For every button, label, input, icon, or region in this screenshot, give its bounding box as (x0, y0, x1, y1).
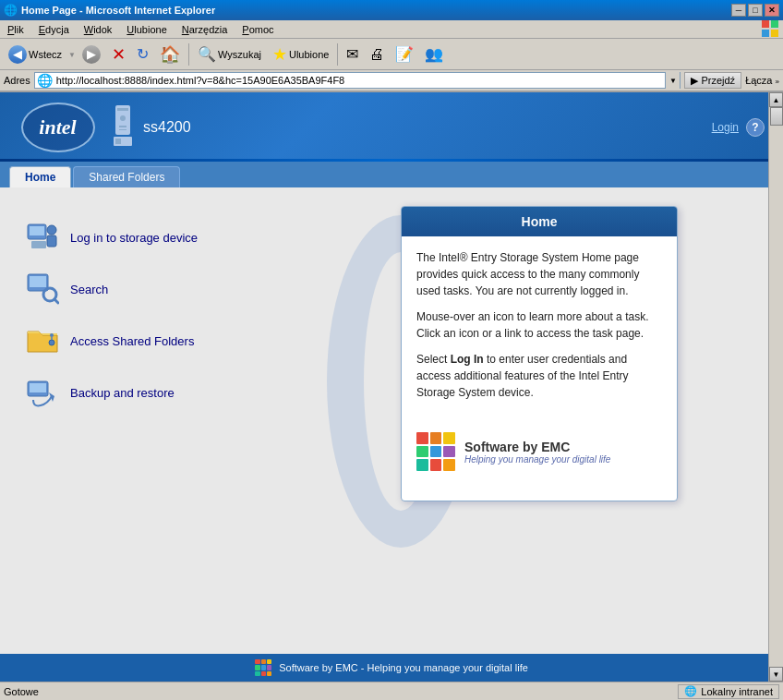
intel-logo-text: intel (39, 115, 76, 139)
search-toolbar-button[interactable]: 🔍 Wyszukaj (193, 42, 266, 66)
toolbar: ◀ Wstecz ▼ ▶ ✕ ↻ 🏠 🔍 Wyszukaj ★ Ulubione… (0, 39, 783, 70)
forward-button[interactable]: ▶ (78, 42, 105, 66)
shared-folders-menu-label[interactable]: Access Shared Folders (70, 334, 194, 348)
emc-cell-2 (430, 432, 442, 444)
links-label: Łącza (745, 75, 772, 86)
forward-icon: ▶ (82, 45, 101, 64)
go-button[interactable]: ▶ Przejdź (684, 72, 741, 89)
home-button[interactable]: 🏠 (155, 42, 185, 67)
right-panel: Home The Intel® Entry Storage System Hom… (314, 206, 765, 635)
print-button[interactable]: 🖨 (365, 43, 389, 66)
nav-tabs: Home Shared Folders (0, 162, 783, 187)
menu-help[interactable]: Pomoc (238, 23, 277, 36)
footer-cell-1 (255, 659, 259, 664)
mail-button[interactable]: ✉ (342, 42, 363, 66)
toolbar-sep-1 (188, 43, 189, 66)
back-dropdown-arrow[interactable]: ▼ (68, 51, 76, 59)
svg-rect-5 (117, 108, 128, 111)
backup-menu-item[interactable]: Backup and restore (18, 370, 314, 415)
login-link[interactable]: Login (712, 121, 739, 134)
emc-brand-text: Software by EMC (464, 440, 610, 454)
people-icon: 👥 (425, 45, 443, 63)
footer-cell-3 (267, 659, 271, 664)
scroll-thumb[interactable] (770, 107, 783, 126)
window-controls: ─ □ ✕ (731, 4, 779, 17)
svg-rect-7 (119, 126, 126, 127)
address-label: Adres (4, 75, 30, 86)
minimize-button[interactable]: ─ (731, 4, 746, 17)
search-icon (26, 272, 59, 306)
maximize-button[interactable]: □ (748, 4, 763, 17)
footer-cell-9 (267, 671, 271, 676)
emc-cell-7 (416, 459, 428, 471)
svg-rect-10 (115, 139, 121, 144)
footer-cell-5 (261, 665, 266, 670)
svg-rect-13 (31, 241, 46, 248)
footer-cell-6 (267, 665, 271, 670)
svg-rect-3 (771, 30, 778, 37)
svg-rect-17 (30, 276, 46, 287)
menu-tools[interactable]: Narzędzia (178, 23, 232, 36)
favorites-toolbar-label: Ulubione (289, 49, 329, 60)
scroll-down-button[interactable]: ▼ (769, 667, 783, 682)
close-button[interactable]: ✕ (765, 4, 779, 17)
stop-button[interactable]: ✕ (107, 42, 130, 67)
people-button[interactable]: 👥 (420, 42, 448, 66)
favorites-toolbar-button[interactable]: ★ Ulubione (268, 42, 333, 67)
emc-cell-1 (416, 432, 428, 444)
menu-favorites[interactable]: Ulubione (123, 23, 170, 36)
edit-button[interactable]: 📝 (391, 42, 418, 66)
svg-point-6 (120, 115, 126, 121)
footer-cell-8 (261, 671, 266, 676)
links-button[interactable]: Łącza » (745, 75, 779, 86)
emc-tagline-text: Helping you manage your digital life (464, 454, 610, 465)
go-icon: ▶ (691, 75, 698, 87)
edit-icon: 📝 (395, 45, 414, 63)
left-panel: Log in to storage device Search (18, 206, 314, 635)
emc-text-area: Software by EMC Helping you manage your … (464, 440, 610, 465)
status-zone-panel: 🌐 Lokalny intranet (678, 684, 779, 699)
menubar: Plik Edycja Widok Ulubione Narzędzia Pom… (0, 20, 783, 39)
links-arrow-icon: » (776, 78, 779, 86)
info-card: Home The Intel® Entry Storage System Hom… (401, 206, 678, 501)
info-para-2: Mouse-over an icon to learn more about a… (416, 308, 662, 342)
footer-text: Software by EMC - Helping you manage you… (279, 662, 528, 673)
menu-edit[interactable]: Edycja (35, 23, 73, 36)
info-card-body: The Intel® Entry Storage System Home pag… (402, 236, 677, 423)
back-button[interactable]: ◀ Wstecz (4, 42, 66, 66)
address-input[interactable] (54, 73, 666, 88)
svg-point-14 (47, 225, 56, 235)
emc-cell-9 (443, 459, 455, 471)
menu-view[interactable]: Widok (80, 23, 116, 36)
search-menu-label[interactable]: Search (70, 283, 108, 296)
footer-cell-4 (255, 665, 259, 670)
help-button[interactable]: ? (746, 118, 765, 137)
vertical-scrollbar[interactable]: ▲ ▼ (768, 92, 783, 682)
emc-cell-4 (416, 446, 428, 458)
emc-cell-6 (443, 446, 455, 458)
address-input-wrap[interactable]: 🌐 ▼ (34, 72, 681, 89)
login-icon (26, 221, 59, 254)
footer-emc-logo (255, 659, 271, 676)
footer-cell-2 (261, 659, 266, 664)
emc-logo-grid (416, 432, 455, 471)
print-icon: 🖨 (369, 46, 384, 63)
intel-header: intel ss4200 Login ? (0, 92, 783, 162)
emc-cell-5 (430, 446, 442, 458)
refresh-button[interactable]: ↻ (132, 42, 153, 66)
tab-shared-folders[interactable]: Shared Folders (73, 166, 180, 187)
info-card-title: Home (522, 214, 558, 229)
login-menu-label[interactable]: Log in to storage device (70, 231, 198, 245)
scroll-track[interactable] (769, 107, 783, 667)
search-menu-item[interactable]: Search (18, 267, 314, 311)
address-dropdown-button[interactable]: ▼ (665, 72, 680, 89)
scroll-up-button[interactable]: ▲ (769, 92, 783, 107)
backup-menu-label[interactable]: Backup and restore (70, 386, 175, 400)
svg-rect-0 (762, 20, 769, 28)
menu-file[interactable]: Plik (4, 23, 28, 36)
tab-home[interactable]: Home (9, 166, 71, 187)
backup-icon (26, 376, 59, 409)
login-menu-item[interactable]: Log in to storage device (18, 215, 314, 259)
shared-folders-icon (26, 324, 59, 357)
shared-folders-menu-item[interactable]: Access Shared Folders (18, 319, 314, 363)
